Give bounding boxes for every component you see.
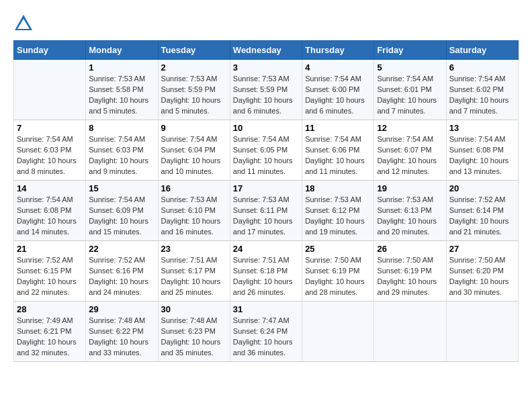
day-info: Sunrise: 7:48 AM Sunset: 6:22 PM Dayligh… <box>89 316 154 359</box>
calendar-cell <box>374 302 446 362</box>
day-info: Sunrise: 7:54 AM Sunset: 6:04 PM Dayligh… <box>161 134 227 177</box>
calendar-cell: 28Sunrise: 7:49 AM Sunset: 6:21 PM Dayli… <box>14 302 86 362</box>
col-header-tuesday: Tuesday <box>158 41 230 60</box>
day-number: 15 <box>89 183 154 193</box>
day-number: 13 <box>449 123 515 133</box>
col-header-saturday: Saturday <box>446 41 518 60</box>
day-info: Sunrise: 7:52 AM Sunset: 6:14 PM Dayligh… <box>449 195 515 238</box>
day-info: Sunrise: 7:51 AM Sunset: 6:17 PM Dayligh… <box>161 255 227 298</box>
calendar-cell: 2Sunrise: 7:53 AM Sunset: 5:59 PM Daylig… <box>158 60 230 120</box>
calendar-cell: 20Sunrise: 7:52 AM Sunset: 6:14 PM Dayli… <box>446 181 518 241</box>
page-header <box>13 13 519 34</box>
day-info: Sunrise: 7:48 AM Sunset: 6:23 PM Dayligh… <box>161 316 227 359</box>
day-number: 10 <box>233 123 299 133</box>
day-number: 16 <box>161 183 227 193</box>
day-info: Sunrise: 7:52 AM Sunset: 6:15 PM Dayligh… <box>17 255 83 298</box>
calendar-cell: 17Sunrise: 7:53 AM Sunset: 6:11 PM Dayli… <box>230 181 302 241</box>
day-number: 26 <box>377 244 443 254</box>
calendar-cell: 19Sunrise: 7:53 AM Sunset: 6:13 PM Dayli… <box>374 181 446 241</box>
calendar-cell: 29Sunrise: 7:48 AM Sunset: 6:22 PM Dayli… <box>86 302 158 362</box>
day-info: Sunrise: 7:54 AM Sunset: 6:05 PM Dayligh… <box>233 134 299 177</box>
day-number: 9 <box>161 123 227 133</box>
day-info: Sunrise: 7:54 AM Sunset: 6:09 PM Dayligh… <box>89 195 154 238</box>
calendar-cell: 6Sunrise: 7:54 AM Sunset: 6:02 PM Daylig… <box>446 60 518 120</box>
day-number: 24 <box>233 244 299 254</box>
day-info: Sunrise: 7:54 AM Sunset: 6:08 PM Dayligh… <box>17 195 83 238</box>
day-number: 19 <box>377 183 443 193</box>
calendar-cell: 1Sunrise: 7:53 AM Sunset: 5:58 PM Daylig… <box>86 60 158 120</box>
calendar-cell: 21Sunrise: 7:52 AM Sunset: 6:15 PM Dayli… <box>14 241 86 302</box>
calendar-cell <box>302 302 374 362</box>
day-info: Sunrise: 7:50 AM Sunset: 6:20 PM Dayligh… <box>449 255 515 298</box>
calendar-cell: 25Sunrise: 7:50 AM Sunset: 6:19 PM Dayli… <box>302 241 374 302</box>
logo <box>13 13 36 34</box>
day-number: 12 <box>377 123 443 133</box>
day-info: Sunrise: 7:54 AM Sunset: 6:02 PM Dayligh… <box>449 74 515 117</box>
day-info: Sunrise: 7:49 AM Sunset: 6:21 PM Dayligh… <box>17 316 83 359</box>
day-info: Sunrise: 7:53 AM Sunset: 5:58 PM Dayligh… <box>89 74 154 117</box>
calendar-cell: 16Sunrise: 7:53 AM Sunset: 6:10 PM Dayli… <box>158 181 230 241</box>
day-info: Sunrise: 7:53 AM Sunset: 6:12 PM Dayligh… <box>305 195 371 238</box>
calendar-cell: 26Sunrise: 7:50 AM Sunset: 6:19 PM Dayli… <box>374 241 446 302</box>
calendar-cell: 9Sunrise: 7:54 AM Sunset: 6:04 PM Daylig… <box>158 120 230 181</box>
calendar-cell: 14Sunrise: 7:54 AM Sunset: 6:08 PM Dayli… <box>14 181 86 241</box>
day-info: Sunrise: 7:53 AM Sunset: 6:10 PM Dayligh… <box>161 195 227 238</box>
day-number: 8 <box>89 123 154 133</box>
calendar-cell: 27Sunrise: 7:50 AM Sunset: 6:20 PM Dayli… <box>446 241 518 302</box>
day-number: 6 <box>449 62 515 73</box>
day-info: Sunrise: 7:54 AM Sunset: 6:01 PM Dayligh… <box>377 74 443 117</box>
col-header-monday: Monday <box>86 41 158 60</box>
calendar-cell: 3Sunrise: 7:53 AM Sunset: 5:59 PM Daylig… <box>230 60 302 120</box>
day-info: Sunrise: 7:47 AM Sunset: 6:24 PM Dayligh… <box>233 316 299 359</box>
calendar-cell: 5Sunrise: 7:54 AM Sunset: 6:01 PM Daylig… <box>374 60 446 120</box>
calendar-cell: 30Sunrise: 7:48 AM Sunset: 6:23 PM Dayli… <box>158 302 230 362</box>
day-info: Sunrise: 7:54 AM Sunset: 6:08 PM Dayligh… <box>449 134 515 177</box>
day-number: 2 <box>161 62 227 73</box>
day-info: Sunrise: 7:54 AM Sunset: 6:03 PM Dayligh… <box>89 134 154 177</box>
logo-icon <box>13 13 34 34</box>
day-info: Sunrise: 7:53 AM Sunset: 6:13 PM Dayligh… <box>377 195 443 238</box>
calendar-cell: 8Sunrise: 7:54 AM Sunset: 6:03 PM Daylig… <box>86 120 158 181</box>
calendar-cell: 22Sunrise: 7:52 AM Sunset: 6:16 PM Dayli… <box>86 241 158 302</box>
calendar-header-row: SundayMondayTuesdayWednesdayThursdayFrid… <box>14 41 519 60</box>
calendar-cell: 18Sunrise: 7:53 AM Sunset: 6:12 PM Dayli… <box>302 181 374 241</box>
day-info: Sunrise: 7:50 AM Sunset: 6:19 PM Dayligh… <box>305 255 371 298</box>
day-number: 22 <box>89 244 154 254</box>
calendar-week-row: 7Sunrise: 7:54 AM Sunset: 6:03 PM Daylig… <box>14 120 519 181</box>
day-info: Sunrise: 7:54 AM Sunset: 6:00 PM Dayligh… <box>305 74 371 117</box>
col-header-wednesday: Wednesday <box>230 41 302 60</box>
day-number: 14 <box>17 183 83 193</box>
day-info: Sunrise: 7:54 AM Sunset: 6:07 PM Dayligh… <box>377 134 443 177</box>
day-info: Sunrise: 7:53 AM Sunset: 5:59 PM Dayligh… <box>161 74 227 117</box>
calendar-cell: 15Sunrise: 7:54 AM Sunset: 6:09 PM Dayli… <box>86 181 158 241</box>
day-info: Sunrise: 7:53 AM Sunset: 6:11 PM Dayligh… <box>233 195 299 238</box>
day-info: Sunrise: 7:53 AM Sunset: 5:59 PM Dayligh… <box>233 74 299 117</box>
calendar-cell: 10Sunrise: 7:54 AM Sunset: 6:05 PM Dayli… <box>230 120 302 181</box>
day-number: 4 <box>305 62 371 73</box>
day-number: 30 <box>161 304 227 314</box>
day-number: 5 <box>377 62 443 73</box>
day-number: 31 <box>233 304 299 314</box>
day-number: 1 <box>89 62 154 73</box>
day-number: 17 <box>233 183 299 193</box>
calendar-cell: 7Sunrise: 7:54 AM Sunset: 6:03 PM Daylig… <box>14 120 86 181</box>
day-number: 7 <box>17 123 83 133</box>
day-info: Sunrise: 7:51 AM Sunset: 6:18 PM Dayligh… <box>233 255 299 298</box>
calendar-table: SundayMondayTuesdayWednesdayThursdayFrid… <box>13 40 519 362</box>
day-info: Sunrise: 7:54 AM Sunset: 6:03 PM Dayligh… <box>17 134 83 177</box>
calendar-cell: 23Sunrise: 7:51 AM Sunset: 6:17 PM Dayli… <box>158 241 230 302</box>
day-number: 3 <box>233 62 299 73</box>
col-header-friday: Friday <box>374 41 446 60</box>
calendar-cell: 4Sunrise: 7:54 AM Sunset: 6:00 PM Daylig… <box>302 60 374 120</box>
calendar-cell <box>14 60 86 120</box>
day-number: 27 <box>449 244 515 254</box>
day-number: 23 <box>161 244 227 254</box>
day-info: Sunrise: 7:50 AM Sunset: 6:19 PM Dayligh… <box>377 255 443 298</box>
col-header-sunday: Sunday <box>14 41 86 60</box>
day-info: Sunrise: 7:52 AM Sunset: 6:16 PM Dayligh… <box>89 255 154 298</box>
day-number: 28 <box>17 304 83 314</box>
calendar-cell: 24Sunrise: 7:51 AM Sunset: 6:18 PM Dayli… <box>230 241 302 302</box>
day-number: 11 <box>305 123 371 133</box>
calendar-cell: 11Sunrise: 7:54 AM Sunset: 6:06 PM Dayli… <box>302 120 374 181</box>
calendar-week-row: 28Sunrise: 7:49 AM Sunset: 6:21 PM Dayli… <box>14 302 519 362</box>
